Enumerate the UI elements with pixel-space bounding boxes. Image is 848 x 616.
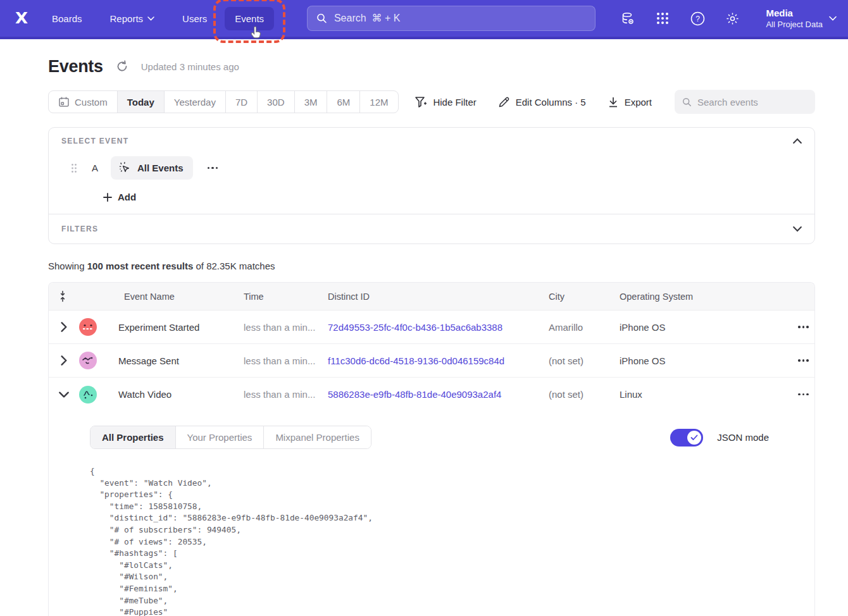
plus-icon — [103, 193, 112, 202]
ellipsis-icon — [208, 167, 218, 169]
mixpanel-logo[interactable]: X — [13, 9, 38, 27]
filter-funnel-icon — [415, 96, 427, 108]
date-range-3m-label: 3M — [304, 97, 318, 108]
table-row[interactable]: Message Sent less than a min... f11c30d6… — [49, 344, 814, 378]
json-mode-toggle[interactable] — [670, 429, 703, 447]
hide-filter-button[interactable]: Hide Filter — [415, 96, 476, 108]
expand-row-chevron-right-icon[interactable] — [59, 355, 69, 366]
event-city: (not set) — [549, 355, 620, 366]
search-events-input[interactable] — [697, 97, 807, 108]
event-query-row: A All Events — [61, 156, 802, 180]
global-search[interactable] — [307, 6, 595, 31]
search-events-field[interactable] — [675, 90, 815, 114]
sort-icon[interactable] — [59, 290, 69, 302]
nav-item-boards-label: Boards — [52, 13, 82, 24]
distinct-id-link[interactable]: 72d49553-25fc-4f0c-b436-1b5ac6ab3388 — [328, 322, 549, 333]
expand-chevron-down-icon[interactable] — [793, 225, 802, 233]
all-events-chip-label: All Events — [137, 163, 184, 173]
settings-gear-icon[interactable] — [725, 11, 740, 26]
event-row-letter: A — [92, 163, 111, 173]
event-name: Message Sent — [118, 355, 244, 366]
ellipsis-icon — [798, 393, 809, 396]
properties-tabs: All Properties Your Properties Mixpanel … — [90, 426, 371, 449]
column-header-time[interactable]: Time — [244, 292, 328, 302]
help-icon[interactable]: ? — [690, 11, 705, 26]
ellipsis-icon — [798, 359, 809, 362]
event-json-view: { "event": "Watch Video", "properties": … — [90, 465, 814, 616]
column-header-event-name[interactable]: Event Name — [118, 292, 244, 302]
event-city: (not set) — [549, 389, 620, 400]
event-os: Linux — [620, 389, 755, 400]
date-range-today[interactable]: Today — [118, 91, 165, 113]
add-event-button[interactable]: Add — [103, 192, 802, 202]
distinct-id-link[interactable]: f11c30d6-dc6d-4518-9136-0d046159c84d — [328, 355, 549, 366]
apps-grid-icon[interactable] — [655, 11, 670, 26]
nav-item-boards[interactable]: Boards — [42, 7, 92, 30]
nav-item-reports[interactable]: Reports — [100, 7, 165, 30]
event-detail-panel: All Properties Your Properties Mixpanel … — [49, 411, 814, 616]
global-search-input[interactable] — [334, 13, 586, 24]
event-name: Watch Video — [118, 389, 244, 400]
nav-item-reports-label: Reports — [110, 13, 144, 24]
tab-your-properties[interactable]: Your Properties — [176, 426, 265, 448]
results-summary-prefix: Showing — [48, 261, 87, 271]
date-range-12m[interactable]: 12M — [360, 91, 397, 113]
collapse-chevron-up-icon[interactable] — [793, 137, 802, 145]
project-switcher[interactable]: Media All Project Data — [766, 7, 837, 30]
last-updated-text: Updated 3 minutes ago — [141, 61, 239, 72]
distinct-id-link[interactable]: 5886283e-e9fb-48fb-81de-40e9093a2af4 — [328, 389, 549, 400]
tab-all-properties[interactable]: All Properties — [90, 426, 176, 448]
ellipsis-icon — [798, 326, 809, 328]
toggle-knob — [687, 431, 701, 445]
data-management-icon[interactable] — [620, 11, 635, 26]
tab-mixpanel-properties[interactable]: Mixpanel Properties — [264, 426, 371, 448]
results-summary-count: 100 most recent results — [87, 261, 194, 271]
export-button[interactable]: Export — [608, 96, 652, 108]
nav-item-events[interactable]: Events — [225, 7, 274, 30]
page-title: Events — [48, 57, 103, 77]
pencil-icon — [498, 96, 510, 108]
table-row[interactable]: Experiment Started less than a min... 72… — [49, 311, 814, 344]
column-header-distinct-id[interactable]: Distinct ID — [328, 292, 549, 302]
date-range-7d-label: 7D — [235, 97, 247, 108]
json-mode-label: JSON mode — [717, 432, 769, 443]
event-name: Experiment Started — [118, 322, 244, 333]
events-table: Event Name Time Distinct ID City Operati… — [48, 282, 815, 616]
date-range-6m-label: 6M — [337, 97, 350, 108]
date-range-6m[interactable]: 6M — [327, 91, 360, 113]
edit-columns-label: Edit Columns · 5 — [516, 97, 586, 108]
tab-your-properties-label: Your Properties — [187, 432, 253, 443]
drag-handle-icon[interactable] — [70, 163, 78, 173]
event-avatar — [79, 352, 97, 369]
column-header-city[interactable]: City — [549, 292, 620, 302]
collapse-row-chevron-down-icon[interactable] — [59, 390, 69, 400]
event-os: iPhone OS — [620, 355, 755, 366]
refresh-icon[interactable] — [116, 60, 128, 73]
table-header-row: Event Name Time Distinct ID City Operati… — [49, 283, 814, 311]
project-name: Media — [766, 7, 823, 19]
all-events-chip[interactable]: All Events — [111, 156, 193, 180]
row-more-button[interactable] — [794, 355, 813, 366]
edit-columns-button[interactable]: Edit Columns · 5 — [498, 96, 586, 108]
date-range-7d[interactable]: 7D — [226, 91, 258, 113]
date-range-30d[interactable]: 30D — [258, 91, 295, 113]
event-row-more-button[interactable] — [204, 163, 222, 173]
event-cursor-sparkle-icon — [118, 161, 132, 175]
download-icon — [608, 96, 619, 108]
export-label: Export — [625, 97, 652, 108]
add-event-label: Add — [118, 192, 136, 202]
row-more-button[interactable] — [794, 390, 813, 400]
nav-item-users[interactable]: Users — [172, 7, 217, 30]
results-summary: Showing 100 most recent results of 82.35… — [48, 261, 815, 271]
expand-row-chevron-right-icon[interactable] — [59, 322, 69, 332]
date-range-yesterday[interactable]: Yesterday — [165, 91, 226, 113]
date-range-custom[interactable]: Custom — [49, 91, 118, 113]
tab-all-properties-label: All Properties — [102, 432, 164, 443]
column-header-operating-system[interactable]: Operating System — [620, 292, 755, 302]
table-row-expanded[interactable]: Watch Video less than a min... 5886283e-… — [49, 378, 814, 411]
row-more-button[interactable] — [794, 322, 813, 332]
nav-item-events-label: Events — [235, 13, 264, 24]
primary-nav: Boards Reports Users Events — [38, 7, 278, 30]
date-range-3m[interactable]: 3M — [295, 91, 328, 113]
search-icon — [316, 13, 327, 24]
